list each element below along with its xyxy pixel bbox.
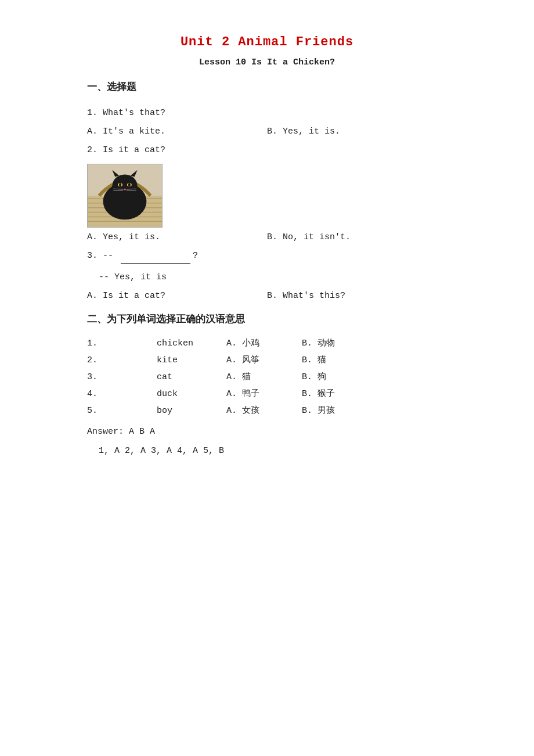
q3-blank	[121, 263, 190, 264]
vocab-num-2: 2.	[87, 355, 157, 365]
q3-options: A. Is it a cat? B. What's this?	[87, 291, 447, 301]
q2-option-a: A. Yes, it is.	[87, 232, 267, 242]
vocab-item-2: 2. kite A. 风筝 B. 猫	[87, 354, 447, 365]
cat-image	[87, 164, 163, 228]
q3-question-mark: ?	[193, 251, 198, 261]
q3-option-b: B. What's this?	[267, 291, 447, 301]
vocab-opt-a-5: A. 女孩	[226, 405, 302, 416]
q2-options: A. Yes, it is. B. No, it isn't.	[87, 232, 447, 242]
vocab-num-4: 4.	[87, 389, 157, 399]
svg-point-16	[124, 189, 127, 190]
vocab-opt-a-2: A. 风筝	[226, 354, 302, 365]
vocab-item-5: 5. boy A. 女孩 B. 男孩	[87, 405, 447, 416]
svg-point-14	[119, 183, 121, 186]
vocab-item-3: 3. cat A. 猫 B. 狗	[87, 371, 447, 382]
q3-num: 3.	[87, 251, 103, 261]
vocab-item-4: 4. duck A. 鸭子 B. 猴子	[87, 388, 447, 399]
svg-point-15	[128, 183, 131, 186]
vocab-opt-b-5: B. 男孩	[302, 405, 377, 416]
answer-detail: 1, A 2, A 3, A 4, A 5, B	[99, 443, 447, 459]
vocab-opt-b-3: B. 狗	[302, 371, 377, 382]
q1-options: A. It's a kite. B. Yes, it is.	[87, 127, 447, 136]
section2-title: 二、为下列单词选择正确的汉语意思	[87, 312, 447, 326]
svg-point-9	[112, 175, 137, 197]
q3-dash: --	[103, 251, 118, 261]
section1-title: 一、选择题	[87, 80, 447, 93]
vocab-num-5: 5.	[87, 406, 157, 416]
vocab-opt-b-1: B. 动物	[302, 337, 377, 348]
vocab-opt-a-3: A. 猫	[226, 371, 302, 382]
vocab-word-3: cat	[157, 372, 226, 382]
vocab-list: 1. chicken A. 小鸡 B. 动物 2. kite A. 风筝 B. …	[87, 337, 447, 416]
q2-body: Is it a cat?	[103, 145, 165, 155]
vocab-word-5: boy	[157, 406, 226, 416]
q1-text: 1.	[87, 108, 98, 118]
answer-label: Answer: A B A	[87, 424, 447, 440]
vocab-num-3: 3.	[87, 372, 157, 382]
question-1: 1. What's that?	[87, 105, 447, 121]
vocab-word-1: chicken	[157, 339, 226, 348]
q1-body: What's that?	[103, 108, 165, 118]
q3-reply: -- Yes, it is	[99, 269, 447, 285]
vocab-num-1: 1.	[87, 339, 157, 348]
question-3: 3. -- ?	[87, 248, 447, 264]
q2-num: 2.	[87, 145, 98, 155]
vocab-word-4: duck	[157, 389, 226, 399]
vocab-opt-b-2: B. 猫	[302, 354, 377, 365]
answer-section: Answer: A B A 1, A 2, A 3, A 4, A 5, B	[87, 424, 447, 459]
vocab-opt-a-1: A. 小鸡	[226, 337, 302, 348]
q1-option-a: A. It's a kite.	[87, 127, 267, 136]
q3-option-a: A. Is it a cat?	[87, 291, 267, 301]
q1-option-b: B. Yes, it is.	[267, 127, 447, 136]
main-title: Unit 2 Animal Friends	[87, 35, 447, 49]
question-2: 2. Is it a cat?	[87, 142, 447, 158]
q2-option-b: B. No, it isn't.	[267, 232, 447, 242]
vocab-word-2: kite	[157, 355, 226, 365]
vocab-item-1: 1. chicken A. 小鸡 B. 动物	[87, 337, 447, 348]
vocab-opt-a-4: A. 鸭子	[226, 388, 302, 399]
subtitle: Lesson 10 Is It a Chicken?	[87, 57, 447, 67]
vocab-opt-b-4: B. 猴子	[302, 388, 377, 399]
